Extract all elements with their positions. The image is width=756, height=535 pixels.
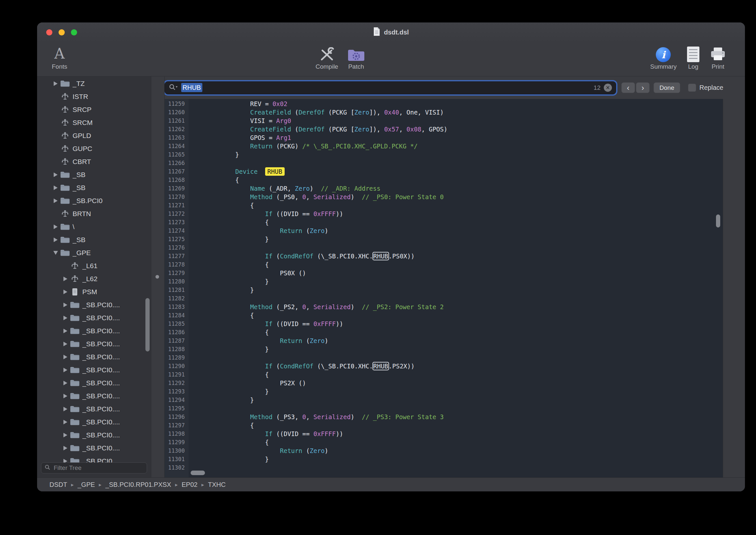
disclosure-right-icon[interactable] — [51, 173, 60, 177]
tree-item[interactable]: _TZ — [37, 77, 151, 90]
replace-checkbox[interactable] — [688, 84, 696, 92]
tree-item-label: _SB.PCI0.... — [82, 301, 120, 309]
code-text: Device RHUB — [191, 167, 284, 176]
tree-item[interactable]: _SB.PCI0.... — [37, 337, 151, 351]
folder-icon — [60, 223, 70, 231]
editor-column: RHUB 12 ✕ ‹ › Done Replace — [165, 76, 745, 477]
tree-item[interactable]: _L61 — [37, 259, 151, 272]
tree-item[interactable]: GUPC — [37, 142, 151, 155]
disclosure-right-icon[interactable] — [61, 446, 69, 450]
clear-search-icon[interactable]: ✕ — [604, 84, 612, 92]
breadcrumb-item[interactable]: EP02 — [181, 481, 198, 489]
log-button[interactable]: Log — [687, 44, 699, 70]
line-number: 11276 — [165, 243, 185, 252]
editor-wrap: 11259 REV = 0x0211260 CreateField (Deref… — [165, 99, 745, 477]
disclosure-right-icon[interactable] — [61, 342, 69, 346]
titlebar[interactable]: dsdt.dsl — [37, 22, 745, 42]
tree-item-label: _SB.PCI0.... — [82, 418, 120, 426]
vertical-scrollbar-thumb[interactable] — [716, 214, 720, 227]
search-magnifier-icon[interactable] — [169, 84, 178, 92]
patch-button[interactable]: Patch — [347, 44, 365, 70]
tree-item-label: _SB.PCI0.... — [82, 392, 120, 400]
disclosure-right-icon[interactable] — [61, 303, 69, 307]
splitter-handle-icon[interactable] — [155, 275, 159, 279]
disclosure-right-icon[interactable] — [61, 433, 69, 437]
disclosure-down-icon[interactable] — [51, 251, 60, 255]
tree-item[interactable]: GPLD — [37, 129, 151, 142]
disclosure-right-icon[interactable] — [61, 277, 69, 281]
folder-icon — [69, 314, 80, 322]
tree-item[interactable]: _SB.PCI0.... — [37, 403, 151, 415]
disclosure-right-icon[interactable] — [61, 355, 69, 359]
breadcrumb-item[interactable]: TXHC — [208, 481, 226, 489]
tree-item[interactable]: _L62 — [37, 272, 151, 285]
code-text: { — [191, 218, 269, 227]
tree-item[interactable]: _SB.PCI0.... — [37, 324, 151, 337]
tree-item[interactable]: ISTR — [37, 90, 151, 103]
tree-item[interactable]: _SB — [37, 168, 151, 181]
done-button[interactable]: Done — [654, 82, 680, 93]
find-next-button[interactable]: › — [636, 82, 650, 93]
tree-item[interactable]: _SB — [37, 181, 151, 194]
disclosure-right-icon[interactable] — [51, 238, 60, 242]
summary-button[interactable]: i Summary — [650, 44, 677, 70]
disclosure-right-icon[interactable] — [61, 407, 69, 411]
tree-item[interactable]: _SB — [37, 233, 151, 246]
code-editor[interactable]: 11259 REV = 0x0211260 CreateField (Deref… — [165, 99, 723, 477]
folder-icon — [60, 171, 70, 179]
tree-item-label: ISTR — [72, 93, 88, 100]
disclosure-right-icon[interactable] — [61, 368, 69, 372]
disclosure-right-icon[interactable] — [51, 199, 60, 203]
tree-item[interactable]: _SB.PCI0.... — [37, 351, 151, 363]
filter-tree-input[interactable] — [53, 464, 144, 472]
tree-item[interactable]: _SB.PCI0.... — [37, 389, 151, 403]
breadcrumb-separator: ▸ — [175, 482, 177, 488]
splitter[interactable] — [151, 76, 165, 477]
tree-item[interactable]: SRCM — [37, 116, 151, 129]
tree-item[interactable]: BRTN — [37, 207, 151, 220]
sidebar-scrollbar-thumb[interactable] — [146, 298, 149, 352]
tree-item[interactable]: _SB.PCI0 — [37, 194, 151, 207]
breadcrumb-separator: ▸ — [71, 482, 73, 488]
disclosure-right-icon[interactable] — [61, 290, 69, 294]
tree-item[interactable]: _SB.PCI0.... — [37, 429, 151, 441]
tree-item[interactable]: \ — [37, 220, 151, 233]
tree-item[interactable]: _SB.PCI0.... — [37, 377, 151, 389]
tree-item[interactable]: _SB.PCI0.... — [37, 363, 151, 377]
tree-item[interactable]: CBRT — [37, 155, 151, 168]
breadcrumb-item[interactable]: _SB.PCI0.RP01.PXSX — [105, 481, 171, 489]
tree-item[interactable]: SRCP — [37, 103, 151, 116]
line-number: 11264 — [165, 142, 185, 150]
fonts-button[interactable]: A Fonts — [45, 44, 74, 70]
tree-item[interactable]: _GPE — [37, 246, 151, 259]
disclosure-right-icon[interactable] — [61, 381, 69, 385]
tree-item[interactable]: _SB.PCI0.... — [37, 311, 151, 324]
disclosure-right-icon[interactable] — [61, 394, 69, 398]
find-search-input[interactable]: RHUB 12 ✕ — [165, 81, 616, 94]
code-line: 11291 { — [165, 370, 723, 379]
code-line: 11285 If ((DVID == 0xFFFF)) — [165, 320, 723, 328]
code-text: { — [191, 438, 269, 446]
print-button[interactable]: Print — [710, 44, 726, 70]
disclosure-right-icon[interactable] — [61, 420, 69, 424]
disclosure-right-icon[interactable] — [51, 81, 60, 86]
disclosure-right-icon[interactable] — [51, 185, 60, 190]
line-number: 11263 — [165, 133, 185, 142]
breadcrumb-item[interactable]: DSDT — [49, 481, 67, 489]
filter-field[interactable] — [41, 463, 147, 473]
disclosure-right-icon[interactable] — [61, 316, 69, 320]
compile-button[interactable]: Compile — [315, 44, 338, 70]
tree-item[interactable]: PSM — [37, 285, 151, 298]
code-line: 11278 { — [165, 260, 723, 269]
tree-item[interactable]: _SB.PCI0.... — [37, 441, 151, 455]
disclosure-right-icon[interactable] — [51, 225, 60, 229]
disclosure-right-icon[interactable] — [61, 329, 69, 333]
breadcrumb-item[interactable]: _GPE — [77, 481, 94, 489]
horizontal-scrollbar-thumb[interactable] — [191, 470, 205, 475]
code-text: } — [191, 396, 254, 404]
line-number: 11267 — [165, 167, 185, 176]
tree-item[interactable]: _SB.PCI0.... — [37, 298, 151, 311]
code-text: } — [191, 150, 239, 159]
find-previous-button[interactable]: ‹ — [621, 82, 635, 93]
tree-item[interactable]: _SB.PCI0.... — [37, 415, 151, 429]
